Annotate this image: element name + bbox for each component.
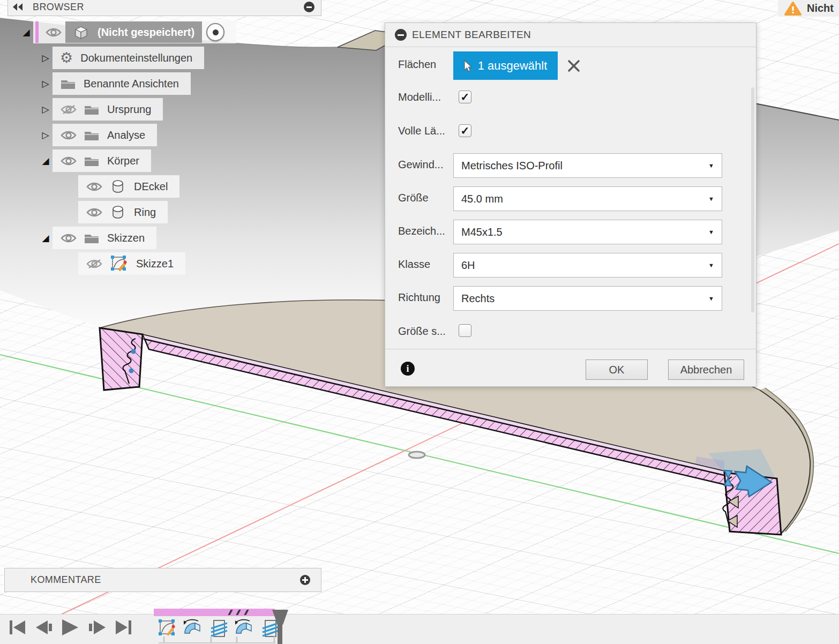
- expand-triangle-icon[interactable]: ◢: [19, 27, 33, 38]
- folder-icon: [84, 155, 100, 167]
- selection-count: 1 ausgewählt: [478, 59, 548, 73]
- clear-selection-icon[interactable]: [567, 59, 580, 74]
- cursor-icon: [464, 60, 473, 72]
- folder-icon: [84, 103, 100, 116]
- chevron-down-icon: ▼: [708, 229, 714, 235]
- designation-label: Bezeich...: [398, 225, 445, 237]
- timeline-progress-bar[interactable]: [154, 609, 275, 616]
- size-match-label: Größe s...: [398, 325, 446, 338]
- dialog-title: ELEMENT BEARBEITEN: [412, 29, 531, 41]
- collapse-triangle-icon[interactable]: ▷: [39, 104, 53, 115]
- full-length-label: Volle Lä...: [398, 125, 445, 137]
- add-comment-icon[interactable]: [300, 575, 310, 585]
- direction-select[interactable]: Rechts ▼: [453, 286, 722, 311]
- tree-row-named-views[interactable]: ▷ Benannte Ansichten: [39, 72, 191, 95]
- tree-label: DEckel: [134, 181, 168, 193]
- selection-button[interactable]: 1 ausgewählt: [453, 51, 558, 80]
- timeline-feature-thread[interactable]: [208, 617, 229, 639]
- origin-point: [409, 452, 425, 458]
- designation-value: M45x1.5: [461, 226, 503, 238]
- tree-row-document-settings[interactable]: ▷ ⚙ Dokumenteinstellungen: [39, 46, 204, 70]
- tree-row-body-ring[interactable]: Ring: [78, 200, 168, 224]
- timeline-step-forward-button[interactable]: [87, 618, 107, 636]
- visibility-eye-icon[interactable]: [86, 207, 103, 218]
- collapse-triangle-icon[interactable]: ▷: [39, 53, 53, 64]
- expand-triangle-icon[interactable]: ◢: [39, 155, 53, 167]
- tree-row-root[interactable]: ◢ (Nicht gespeichert): [19, 20, 236, 44]
- tree-row-bodies[interactable]: ◢ Körper: [39, 149, 151, 173]
- collapse-triangle-icon[interactable]: ▷: [39, 78, 53, 89]
- collapse-panel-icon[interactable]: [12, 3, 23, 11]
- tree-row-sketch1[interactable]: Skizze1: [78, 252, 185, 275]
- tree-row-analysis[interactable]: ▷ Analyse: [39, 123, 157, 147]
- thread-type-label: Gewind...: [398, 159, 443, 171]
- tree-label: Dokumenteinstellungen: [80, 52, 192, 64]
- ok-button[interactable]: OK: [586, 360, 648, 380]
- folder-icon: [60, 78, 76, 90]
- collapse-triangle-icon[interactable]: ▷: [39, 130, 53, 141]
- remove-panel-icon[interactable]: [304, 2, 314, 12]
- designation-select[interactable]: M45x1.5 ▼: [453, 220, 722, 244]
- tree-label: Skizzen: [107, 232, 145, 244]
- faces-label: Flächen: [398, 58, 436, 71]
- section-block-left[interactable]: [100, 328, 143, 390]
- folder-icon: [84, 232, 100, 244]
- direction-label: Richtung: [398, 291, 440, 304]
- visibility-eye-icon[interactable]: [45, 27, 62, 38]
- tree-row-sketches[interactable]: ◢ Skizzen: [39, 226, 156, 250]
- selected-doc-item[interactable]: (Nicht gespeichert): [65, 21, 202, 43]
- size-select[interactable]: 45.0 mm ▼: [453, 186, 722, 211]
- timeline-group-bracket: [159, 636, 282, 644]
- class-value: 6H: [461, 259, 475, 272]
- expand-triangle-icon[interactable]: ◢: [39, 233, 53, 244]
- chevron-down-icon: ▼: [708, 196, 714, 202]
- timeline-feature-revolve[interactable]: [182, 617, 204, 639]
- size-match-checkbox[interactable]: [459, 324, 471, 337]
- tree-label: Benannte Ansichten: [84, 78, 179, 90]
- visibility-eye-icon[interactable]: [60, 155, 77, 167]
- class-select[interactable]: 6H ▼: [453, 253, 722, 278]
- chevron-down-icon: ▼: [708, 295, 714, 302]
- cancel-button[interactable]: Abbrechen: [668, 360, 744, 380]
- direction-value: Rechts: [461, 293, 495, 305]
- timeline-step-back-button[interactable]: [34, 618, 55, 636]
- class-label: Klasse: [398, 258, 430, 271]
- warning-icon: [784, 1, 801, 16]
- browser-panel: BROWSER: [8, 0, 321, 16]
- comments-title: KOMMENTARE: [31, 574, 101, 586]
- timeline-feature-sketch[interactable]: [156, 617, 178, 639]
- modeled-label: Modelli...: [398, 91, 441, 103]
- timeline-skip-start-button[interactable]: [8, 618, 28, 636]
- tree-row-body-deckel[interactable]: DEckel: [78, 175, 179, 198]
- tree-label: Körper: [107, 155, 139, 167]
- cylinder-body-icon: [109, 205, 126, 220]
- size-label: Größe: [398, 192, 429, 204]
- modeled-checkbox[interactable]: ✓: [459, 91, 471, 103]
- browser-title: BROWSER: [33, 2, 84, 13]
- timeline-play-button[interactable]: [60, 618, 80, 636]
- chevron-down-icon: ▼: [708, 262, 714, 268]
- dialog-grip-icon[interactable]: [395, 29, 407, 41]
- folder-icon: [84, 129, 100, 141]
- active-doc-radio[interactable]: [206, 23, 224, 41]
- visibility-off-icon[interactable]: [86, 258, 103, 269]
- cylinder-body-icon: [109, 179, 126, 194]
- timeline-playhead[interactable]: [271, 609, 290, 644]
- tree-row-origin[interactable]: ▷ Ursprung: [39, 98, 163, 121]
- visibility-eye-icon[interactable]: [86, 181, 103, 192]
- full-length-checkbox[interactable]: ✓: [459, 124, 471, 137]
- timeline-feature-revolve[interactable]: [234, 617, 255, 639]
- timeline-skip-end-button[interactable]: [114, 618, 134, 636]
- dialog-header[interactable]: ELEMENT BEARBEITEN: [385, 23, 756, 47]
- size-value: 45.0 mm: [461, 193, 503, 205]
- warning-label: Nicht: [807, 2, 834, 14]
- thread-type-select[interactable]: Metrisches ISO-Profil ▼: [453, 153, 722, 178]
- info-icon[interactable]: i: [401, 362, 415, 376]
- comments-panel[interactable]: KOMMENTARE: [4, 568, 321, 592]
- dialog-scrollbar[interactable]: [751, 87, 754, 312]
- sketch-icon: [109, 254, 129, 273]
- visibility-off-icon[interactable]: [60, 104, 77, 115]
- unsaved-warning[interactable]: Nicht: [778, 0, 839, 17]
- visibility-eye-icon[interactable]: [60, 233, 77, 244]
- visibility-eye-icon[interactable]: [60, 130, 77, 141]
